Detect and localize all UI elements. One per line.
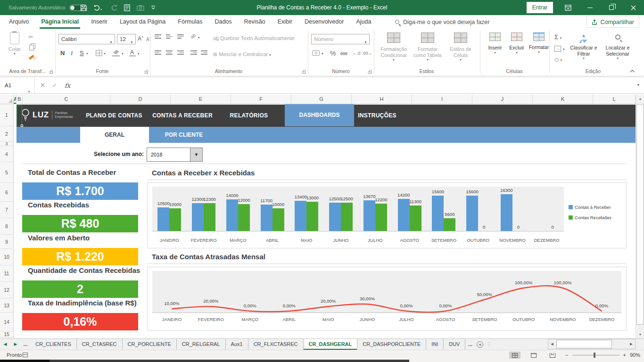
- sheet-tab-cr_dashporcliente[interactable]: CR_DASHPORCLIENTE: [357, 339, 426, 350]
- ribbon-tab-inserir[interactable]: Inserir: [85, 15, 114, 29]
- comma-style-icon[interactable]: 000: [340, 51, 347, 56]
- expand-formula-bar-icon[interactable]: ▼: [636, 83, 640, 87]
- orientation-dropdown-icon[interactable]: ▾: [198, 36, 200, 40]
- sheet-tab-cr_ctasrec[interactable]: CR_CTASREC: [77, 339, 123, 350]
- paste-button[interactable]: Colar ▾: [4, 32, 25, 56]
- dialog-launcher-icon[interactable]: [302, 70, 305, 74]
- borders-dropdown-icon[interactable]: ▾: [104, 52, 106, 56]
- font-color-icon[interactable]: A: [130, 49, 134, 56]
- fill-dropdown-icon[interactable]: ▾: [563, 48, 565, 51]
- customize-qat-icon[interactable]: [151, 5, 156, 10]
- row-header-7[interactable]: 7: [0, 202, 13, 218]
- accounting-format-icon[interactable]: [312, 50, 320, 56]
- wrap-text-button[interactable]: ab̲ Quebrar Texto Automaticamente: [213, 35, 295, 41]
- fill-down-icon[interactable]: ↓: [554, 46, 561, 52]
- conditional-formatting-button[interactable]: Formatação Condicional ▾: [377, 33, 410, 62]
- new-sheet-button[interactable]: +: [475, 339, 485, 350]
- zoom-slider-thumb[interactable]: [594, 353, 595, 358]
- sheet-tab-ini[interactable]: INI: [426, 339, 444, 350]
- prev-sheet-icon[interactable]: ◀: [0, 339, 10, 350]
- row-header-4[interactable]: 4: [0, 146, 13, 162]
- enter-formula-icon[interactable]: ✓: [52, 82, 57, 89]
- sheet-tab-cr_relgeral[interactable]: CR_RELGERAL: [177, 339, 226, 350]
- ribbon-tab-página-inicial[interactable]: Página Inicial: [35, 15, 85, 29]
- column-header-D[interactable]: D: [110, 95, 171, 104]
- underline-button[interactable]: S: [80, 49, 84, 57]
- column-header-B[interactable]: B: [17, 95, 23, 104]
- delete-cells-button[interactable]: Excluir ▾: [506, 33, 527, 55]
- zoom-out-icon[interactable]: −: [565, 352, 568, 358]
- row-header-3[interactable]: 3: [0, 142, 13, 146]
- percent-style-icon[interactable]: %: [330, 49, 336, 57]
- row-header-15[interactable]: 15: [0, 331, 13, 337]
- subtab-geral[interactable]: GERAL: [80, 127, 149, 143]
- format-as-table-button[interactable]: Formatar como Tabela ▾: [412, 33, 443, 62]
- scroll-right-icon[interactable]: ▶: [627, 339, 635, 349]
- tell-me-search[interactable]: Diga-me o que você deseja fazer: [395, 15, 489, 29]
- row-header-14[interactable]: 14: [0, 313, 13, 331]
- ribbon-tab-fórmulas[interactable]: Fórmulas: [172, 15, 208, 29]
- dialog-launcher-icon[interactable]: [144, 70, 148, 74]
- number-format-select[interactable]: Número▼: [311, 34, 370, 44]
- year-dropdown-button[interactable]: ▼: [190, 148, 202, 161]
- column-header-C[interactable]: C: [23, 95, 110, 104]
- merge-center-button[interactable]: ⊞ Mesclar e Centralizar ▾: [213, 51, 271, 58]
- row-header-6[interactable]: 6: [0, 183, 13, 202]
- nav-item-instruções[interactable]: INSTRUÇÕES: [358, 105, 396, 127]
- zoom-in-icon[interactable]: +: [623, 352, 626, 358]
- next-sheet-icon[interactable]: ▶: [10, 339, 21, 350]
- page-break-view-icon[interactable]: [547, 352, 558, 359]
- accounting-dropdown-icon[interactable]: ▾: [322, 52, 323, 56]
- subtab-por-cliente[interactable]: POR CLIENTE: [165, 127, 203, 143]
- sheet-tab-aux1[interactable]: Aux1: [226, 339, 248, 350]
- fill-color-dropdown-icon[interactable]: ▾: [122, 52, 124, 56]
- ribbon-tab-arquivo[interactable]: Arquivo: [3, 15, 35, 29]
- font-name-select[interactable]: Calibri▼: [58, 34, 115, 44]
- save-icon[interactable]: [80, 4, 87, 11]
- format-cells-button[interactable]: Formatar ▾: [528, 33, 550, 54]
- font-size-select[interactable]: 12▼: [117, 34, 136, 44]
- copy-icon[interactable]: [29, 45, 34, 50]
- nav-item-contas-a-receber[interactable]: CONTAS A RECEBER: [152, 105, 213, 127]
- cell-styles-button[interactable]: Estilos de Célula ▾: [445, 33, 476, 62]
- redo-icon[interactable]: [109, 4, 117, 11]
- name-box[interactable]: A1▼: [0, 77, 35, 93]
- nav-item-relatórios[interactable]: RELATÓRIOS: [230, 105, 268, 127]
- autosum-icon[interactable]: Σ ▾: [554, 33, 561, 41]
- borders-icon[interactable]: [96, 50, 102, 56]
- restore-button[interactable]: [601, 0, 622, 15]
- column-header-J[interactable]: J: [472, 95, 533, 104]
- zoom-slider[interactable]: [572, 355, 619, 355]
- vertical-scrollbar[interactable]: ▲ ▼: [636, 95, 644, 338]
- decrease-decimal-icon[interactable]: .00→: [362, 51, 372, 56]
- sheet-tab-cr_dashgeral[interactable]: CR_DASHGERAL: [304, 339, 358, 350]
- ribbon-tab-ajuda[interactable]: Ajuda: [350, 15, 377, 29]
- horizontal-scrollbar[interactable]: ◀ ▶: [548, 339, 636, 349]
- format-painter-icon[interactable]: [29, 55, 35, 60]
- share-button[interactable]: Compartilhar: [586, 16, 639, 28]
- align-right-icon[interactable]: [177, 49, 184, 56]
- dialog-launcher-icon[interactable]: [368, 70, 372, 74]
- sheet-overflow-left[interactable]: ...: [21, 339, 30, 350]
- insert-cells-button[interactable]: Inserir ▾: [485, 33, 505, 55]
- insert-function-icon[interactable]: fx: [65, 82, 70, 89]
- scroll-down-icon[interactable]: ▼: [636, 330, 644, 338]
- collapse-ribbon-icon[interactable]: [630, 68, 635, 73]
- camera-icon[interactable]: [137, 5, 144, 11]
- sign-in-button[interactable]: Entrar: [527, 2, 553, 13]
- ribbon-tab-layout-da-página[interactable]: Layout da Página: [114, 15, 172, 29]
- ribbon-tab-exibir[interactable]: Exibir: [272, 15, 298, 29]
- orientation-icon[interactable]: ab: [190, 33, 197, 40]
- fill-handle[interactable]: [21, 124, 23, 127]
- year-dropdown[interactable]: 2018 ▼: [147, 148, 203, 162]
- page-layout-view-icon[interactable]: [528, 352, 539, 359]
- underline-dropdown-icon[interactable]: ▾: [86, 52, 88, 56]
- minimize-button[interactable]: [579, 0, 601, 15]
- clear-icon[interactable]: ◇ ▾: [554, 56, 562, 63]
- row-header-5[interactable]: 5: [0, 162, 13, 183]
- row-header-13[interactable]: 13: [0, 298, 13, 313]
- column-header-I[interactable]: I: [412, 95, 472, 104]
- row-header-10[interactable]: 10: [0, 249, 13, 265]
- sheet-tab-duv[interactable]: DUV: [444, 339, 465, 350]
- vertical-scroll-thumb[interactable]: [636, 104, 644, 325]
